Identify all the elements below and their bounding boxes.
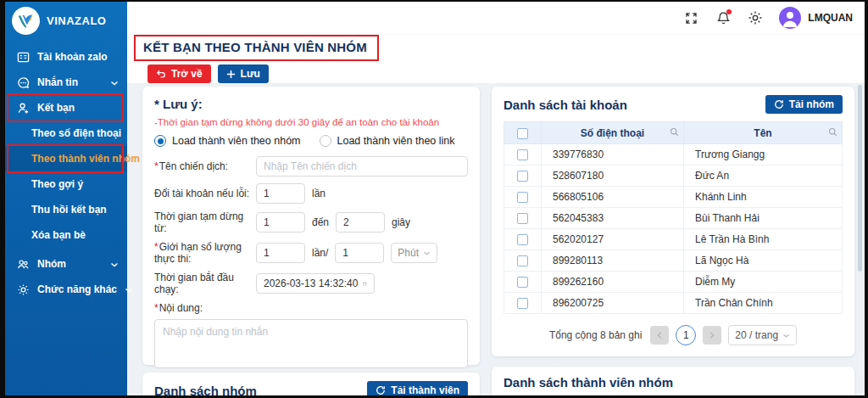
limit-per-input[interactable]	[335, 243, 384, 263]
bell-icon[interactable]	[715, 9, 732, 26]
campaign-name-label: *Tên chiến dịch:	[154, 160, 256, 172]
sidebar-item-theo-so-dien-thoai[interactable]: Theo số điện thoại	[5, 121, 127, 146]
sidebar-item-nhom[interactable]: Nhóm	[5, 251, 127, 277]
sidebar-nav: Tài khoản zalo Nhắn tin Kết bạn Theo số …	[5, 39, 127, 302]
search-icon[interactable]	[670, 127, 679, 139]
sidebar-item-xoa-ban-be[interactable]: Xóa bạn bè	[5, 222, 127, 248]
reload-members-button[interactable]: Tải thành viên	[367, 381, 468, 395]
search-icon[interactable]	[828, 127, 837, 139]
sidebar-item-tai-khoan-zalo[interactable]: Tài khoản zalo	[5, 44, 127, 70]
pause-time-row: Thời gian tạm dừng từ: đến giây	[154, 210, 468, 234]
phone-cell: 562020127	[542, 229, 684, 250]
next-page-button[interactable]	[703, 326, 721, 345]
table-row[interactable]: 899280113 Lã Ngọc Hà	[504, 250, 843, 272]
page-title: KẾT BẠN THEO THÀNH VIÊN NHÓM	[143, 40, 367, 54]
radio-checked-icon	[154, 135, 166, 147]
pause-to-label: đến	[312, 216, 329, 228]
limit-row: *Giới hạn số lượng thực thi: lần/ Phút	[154, 241, 468, 265]
limit-count-input[interactable]	[256, 243, 305, 263]
sidebar-item-chuc-nang-khac[interactable]: Chức năng khác	[5, 277, 127, 302]
name-cell: Khánh Linh	[684, 187, 843, 208]
pagination: Tổng cộng 8 bản ghi 1 20 / trang	[504, 325, 843, 345]
sidebar-item-ket-ban[interactable]: Kết bạn	[5, 95, 127, 121]
vertical-scrollbar[interactable]	[858, 85, 862, 272]
start-time-row: Thời gian bắt đầu chạy: 2026-03-13 14:32…	[154, 272, 468, 295]
radio-load-theo-link[interactable]: Load thành viên theo link	[320, 135, 455, 147]
sidebar-item-nhan-tin[interactable]: Nhắn tin	[5, 70, 127, 95]
fullscreen-icon[interactable]	[682, 9, 699, 26]
groups-card: Danh sách nhóm Tải thành viên	[142, 373, 480, 395]
table-row[interactable]: 566805106 Khánh Linh	[504, 187, 843, 208]
brand[interactable]: VINAZALO	[5, 2, 127, 39]
reload-groups-button[interactable]: Tải nhóm	[765, 95, 843, 114]
table-header-row: Số điện thoại Tên	[504, 122, 843, 144]
sidebar-item-label: Theo gợi ý	[31, 178, 119, 190]
row-checkbox[interactable]	[517, 171, 528, 182]
limit-per-label: lần/	[312, 247, 328, 259]
start-time-label: Thời gian bắt đầu chạy:	[154, 272, 256, 295]
switch-account-input[interactable]	[256, 183, 305, 204]
radio-label: Load thành viên theo link	[337, 135, 455, 147]
message-icon	[16, 76, 30, 89]
table-row[interactable]: 339776830 Trương Giangg	[504, 144, 843, 165]
row-checkbox[interactable]	[517, 298, 528, 309]
table-row[interactable]: 899262160 Diễm My	[504, 272, 843, 293]
save-button[interactable]: Lưu	[218, 64, 269, 83]
accounts-title: Danh sách tài khoản	[504, 98, 627, 112]
start-time-value: 2026-03-13 14:32:40	[264, 277, 358, 289]
phone-cell: 566805106	[542, 187, 684, 208]
gear-icon[interactable]	[747, 9, 764, 26]
start-time-picker[interactable]: 2026-03-13 14:32:40	[256, 273, 375, 294]
sidebar-item-theo-goi-y[interactable]: Theo gợi ý	[5, 171, 127, 197]
pause-from-input[interactable]	[256, 212, 305, 233]
prev-page-button[interactable]	[650, 326, 669, 345]
row-checkbox[interactable]	[517, 277, 528, 288]
back-button[interactable]: Trở về	[147, 64, 211, 83]
limit-unit-select[interactable]: Phút	[391, 243, 437, 263]
chevron-down-icon	[423, 249, 431, 257]
select-all-checkbox[interactable]	[517, 128, 528, 139]
sidebar-item-theo-thanh-vien-nhom[interactable]: Theo thành viên nhóm	[5, 146, 127, 171]
row-checkbox[interactable]	[517, 149, 528, 160]
campaign-name-input[interactable]	[256, 156, 468, 177]
row-checkbox[interactable]	[517, 255, 528, 266]
phone-cell: 899280113	[542, 250, 684, 272]
id-card-icon	[16, 50, 30, 64]
name-cell: Lê Trần Hà Bình	[684, 229, 843, 250]
row-checkbox[interactable]	[517, 192, 528, 203]
sidebar-item-label: Nhóm	[37, 258, 103, 270]
current-page-button[interactable]: 1	[676, 325, 696, 345]
sidebar-item-label: Theo số điện thoại	[31, 127, 121, 139]
radio-load-theo-nhom[interactable]: Load thành viên theo nhóm	[154, 135, 301, 147]
user-menu[interactable]: LMQUAN	[779, 7, 853, 29]
note-title: * Lưu ý:	[154, 97, 468, 111]
members-title: Danh sách thành viên nhóm	[504, 375, 673, 390]
content-label-row: *Nội dung:	[154, 302, 468, 314]
switch-account-row: Đổi tài khoản nếu lỗi: lần	[154, 183, 468, 204]
pause-unit-label: giây	[392, 216, 410, 228]
page-size-select[interactable]: 20 / trang	[728, 325, 797, 345]
radio-label: Load thành viên theo nhóm	[172, 135, 301, 147]
message-content-textarea[interactable]	[154, 319, 468, 368]
sidebar-item-thu-hoi-ket-ban[interactable]: Thu hồi kết bạn	[5, 197, 127, 222]
name-cell: Bùi Thanh Hải	[684, 208, 843, 229]
table-row[interactable]: 896200725 Trần Chân Chính	[504, 293, 843, 314]
pause-to-input[interactable]	[336, 212, 385, 233]
reload-members-label: Tải thành viên	[391, 384, 459, 395]
row-checkbox[interactable]	[517, 213, 528, 224]
control-icon	[16, 283, 30, 296]
table-row[interactable]: 562020127 Lê Trần Hà Bình	[504, 229, 843, 250]
accounts-table: Số điện thoại Tên	[504, 121, 843, 314]
phone-cell: 899262160	[542, 272, 684, 293]
user-add-icon	[16, 101, 30, 115]
sidebar-item-label: Chức năng khác	[37, 283, 117, 295]
table-row[interactable]: 562045383 Bùi Thanh Hải	[504, 208, 843, 229]
row-checkbox[interactable]	[517, 234, 528, 245]
page-header: KẾT BẠN THEO THÀNH VIÊN NHÓM Trở về Lưu	[127, 34, 865, 83]
campaign-name-row: *Tên chiến dịch:	[154, 156, 468, 177]
rollback-icon	[156, 69, 166, 79]
page-actions: Trở về Lưu	[147, 64, 865, 83]
table-row[interactable]: 528607180 Đức An	[504, 165, 843, 187]
calendar-icon	[363, 278, 367, 289]
phone-column-header: Số điện thoại	[542, 122, 684, 144]
